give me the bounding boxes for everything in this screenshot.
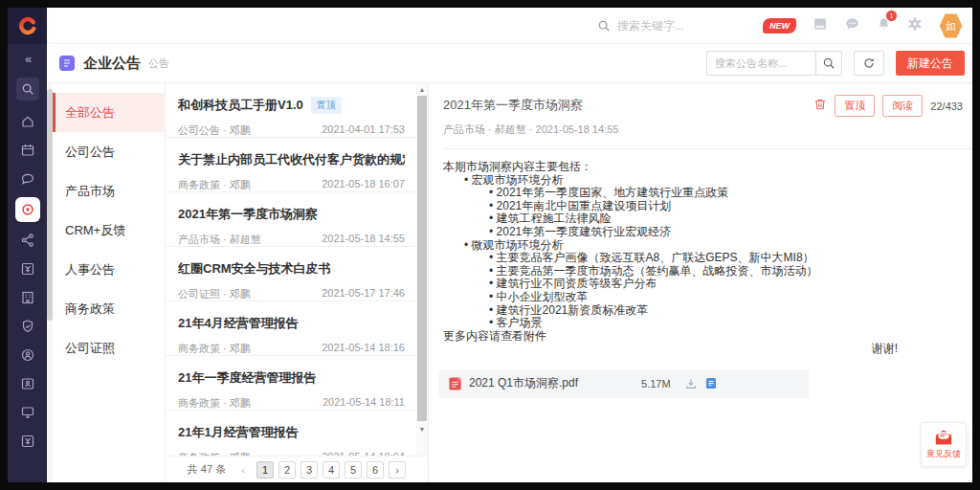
prev-page-button[interactable]: ‹ [234, 461, 252, 479]
app-logo[interactable] [8, 8, 47, 44]
avatar[interactable]: 如 [939, 13, 963, 39]
item-meta: 公司公告 · 邓鹏 [178, 123, 251, 138]
sidebar-item-cashier[interactable] [19, 434, 36, 449]
sidebar-item-contacts[interactable] [19, 376, 36, 391]
delete-button[interactable] [813, 98, 827, 115]
top-bar: 搜索关键字... NEW 1 如 [47, 8, 972, 44]
next-page-button[interactable]: › [389, 461, 406, 479]
detail-body: 本期市场洞察内容主要包括： • 宏观市场环境分析 • 2021年第一季度国家、地… [429, 149, 972, 356]
list-item[interactable]: 关于禁止内部员工代收代付客户货款的规定【商... 商务政策 · 邓鹏2021-0… [166, 138, 416, 192]
create-announcement-button[interactable]: 新建公告 [896, 51, 965, 76]
item-date: 2021-05-18 16:07 [322, 178, 405, 192]
list-scrollbar[interactable]: ▲ ▼ [416, 83, 428, 456]
preview-button[interactable] [705, 377, 717, 390]
notification-count-badge: 1 [885, 10, 898, 22]
item-meta: 产品市场 · 郝超慧 [178, 233, 261, 247]
item-title: 红圈CRM安全与技术白皮书 [178, 260, 331, 278]
sidebar-item-announcements[interactable] [15, 197, 40, 222]
settings-button[interactable] [907, 16, 923, 35]
icon-sidebar: « [8, 8, 47, 482]
announcement-detail: 2021年第一季度市场洞察 产品市场 · 郝超慧 · 2021-05-18 14… [429, 83, 972, 482]
content-area: 全部公告 公司公告 产品市场 CRM+反馈 人事公告 商务政策 公司证照 和创科… [47, 82, 972, 482]
download-icon [684, 377, 698, 390]
page-button-1[interactable]: 1 [256, 461, 274, 479]
category-item-policy[interactable]: 商务政策 [53, 289, 165, 328]
announcement-search-button[interactable] [815, 51, 842, 76]
category-item-all[interactable]: 全部公告 [53, 93, 165, 132]
body-line: • 2021年第一季度国家、地方建筑行业重点政策 [443, 187, 972, 200]
category-item-product[interactable]: 产品市场 [53, 171, 165, 211]
item-date: 2021-05-14 18:16 [322, 342, 405, 356]
panel-button[interactable] [813, 16, 828, 35]
pin-button[interactable]: 置顶 [835, 95, 875, 117]
list-item[interactable]: 21年4月经营管理报告 商务政策 · 邓鹏2021-05-14 18:16 [166, 301, 416, 356]
pagination-total: 共 47 条 [188, 462, 226, 477]
refresh-button[interactable] [854, 51, 884, 76]
list-item[interactable]: 21年一季度经营管理报告 商务政策 · 邓鹏2021-05-14 18:11 [166, 356, 416, 411]
home-icon [20, 114, 35, 129]
category-item-hr[interactable]: 人事公告 [53, 250, 165, 289]
category-item-crm[interactable]: CRM+反馈 [53, 211, 165, 250]
scroll-down-icon[interactable]: ▼ [416, 423, 428, 434]
attachment-row[interactable]: 2021 Q1市场洞察.pdf 5.17M [438, 369, 809, 398]
sidebar-search-button[interactable] [16, 78, 39, 100]
category-item-company[interactable]: 公司公告 [53, 132, 165, 171]
list-item[interactable]: 红圈CRM安全与技术白皮书 公司证照 · 邓鹏2021-05-17 17:46 [166, 247, 416, 301]
gear-icon [907, 16, 923, 32]
detail-meta: 产品市场 · 郝超慧 · 2021-05-18 14:55 [443, 122, 963, 137]
global-search-placeholder: 搜索关键字... [617, 18, 684, 34]
sidebar-item-home[interactable] [19, 114, 36, 129]
closing-line: 谢谢! [443, 343, 972, 356]
item-title: 2021年第一季度市场洞察 [178, 206, 318, 223]
sidebar-item-calendar[interactable] [19, 143, 36, 158]
page-button-2[interactable]: 2 [278, 461, 296, 479]
panel-icon [813, 16, 828, 32]
body-line: 更多内容请查看附件 [443, 330, 972, 344]
attachment-name[interactable]: 2021 Q1市场洞察.pdf [469, 375, 578, 391]
sidebar-item-library[interactable] [19, 290, 36, 305]
list-item[interactable]: 和创科技员工手册V1.0置顶 公司公告 · 邓鹏2021-04-01 17:53 [166, 83, 416, 138]
body-line: • 主要竞品客户画像（致远互联A8、广联达GEPS、新中大MI8） [443, 252, 972, 265]
trash-icon [813, 98, 827, 111]
feedback-widget[interactable]: 意见反馈 [921, 422, 967, 467]
sidebar-item-share[interactable] [19, 233, 36, 248]
module-icon [59, 56, 75, 71]
item-date: 2021-05-17 17:46 [322, 287, 405, 301]
sidebar-item-finance[interactable] [19, 261, 36, 277]
page-button-3[interactable]: 3 [301, 461, 318, 479]
list-item[interactable]: 21年1月经营管理报告 商务政策 · 邓鹏2021-05-14 18:04 [166, 411, 416, 456]
logo-ring-icon [17, 15, 38, 36]
list-scrollbar-thumb[interactable] [417, 96, 427, 421]
sidebar-item-account[interactable] [19, 347, 36, 363]
pinned-badge: 置顶 [311, 97, 342, 114]
item-title: 21年1月经营管理报告 [178, 424, 299, 441]
read-button[interactable]: 阅读 [882, 95, 923, 117]
sidebar-item-terminal[interactable] [19, 405, 36, 420]
share-icon [20, 233, 35, 248]
item-title: 和创科技员工手册V1.0 [178, 97, 303, 114]
notifications-button[interactable]: 1 [877, 16, 891, 35]
search-icon [21, 82, 34, 96]
page-button-4[interactable]: 4 [323, 461, 340, 479]
document-icon [62, 58, 72, 68]
page-header: 企业公告 公告 新建公告 [47, 44, 972, 82]
page-button-5[interactable]: 5 [345, 461, 362, 479]
sidebar-item-chat[interactable] [19, 171, 36, 187]
page-button-6[interactable]: 6 [367, 461, 384, 479]
announcement-search-input[interactable] [706, 51, 815, 76]
collapse-sidebar-icon[interactable]: « [25, 52, 30, 66]
list-item[interactable]: 2021年第一季度市场洞察 产品市场 · 郝超慧2021-05-18 14:55 [166, 192, 416, 247]
monitor-icon [20, 405, 35, 420]
item-meta: 商务政策 · 邓鹏 [178, 342, 251, 356]
download-button[interactable] [684, 377, 698, 390]
sidebar-item-security[interactable] [19, 319, 36, 334]
global-search[interactable]: 搜索关键字... [597, 8, 684, 44]
preview-icon [705, 377, 717, 390]
body-line: 本期市场洞察内容主要包括： [443, 161, 972, 174]
scroll-up-icon[interactable]: ▲ [416, 83, 428, 95]
item-title: 关于禁止内部员工代收代付客户货款的规定【商... [178, 151, 405, 168]
item-date: 2021-05-14 18:11 [323, 396, 405, 411]
category-item-license[interactable]: 公司证照 [53, 328, 165, 368]
body-line: • 主要竞品第一季度市场动态（签约赢单、战略投资、市场活动） [443, 265, 972, 278]
messages-button[interactable] [844, 16, 860, 35]
